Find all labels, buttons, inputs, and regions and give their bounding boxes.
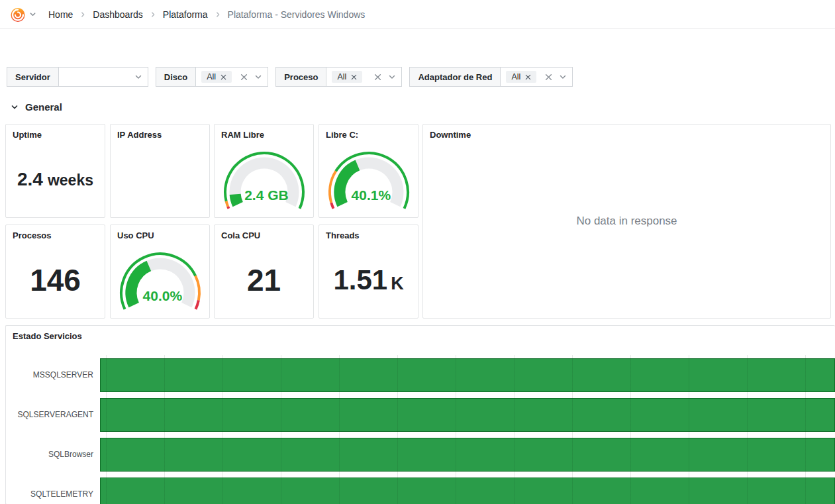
filter-proceso-select[interactable]: All	[326, 67, 402, 87]
breadcrumb-separator-icon	[150, 11, 156, 18]
panel-procesos: Procesos 146	[5, 225, 105, 319]
panel-cola-cpu: Cola CPU 21	[214, 225, 314, 319]
panel-uso-cpu: Uso CPU 40.0%	[110, 225, 210, 319]
chevron-down-icon[interactable]	[254, 73, 262, 81]
panel-uptime: Uptime 2.4 weeks	[5, 124, 105, 218]
breadcrumb-dashboards[interactable]: Dashboards	[93, 9, 143, 20]
gauge-ram-libre: 2.4 GB	[221, 148, 307, 215]
timeline-row-label: SQLSERVERAGENT	[6, 398, 93, 432]
timeline-bar-mssqlserver	[100, 358, 835, 392]
panel-title[interactable]: RAM Libre	[215, 125, 313, 143]
stat-number: 2.4	[17, 169, 43, 190]
panel-ram-libre: RAM Libre 2.4 GB	[214, 124, 314, 218]
filter-proceso-label: Proceso	[275, 67, 326, 87]
panel-title[interactable]: Threads	[319, 225, 418, 244]
template-variables-row: Servidor Disco All Proceso All	[7, 67, 573, 87]
filter-adaptador-label: Adaptador de Red	[409, 67, 500, 87]
timeline-row-label: MSSQLSERVER	[6, 358, 93, 392]
chevron-down-icon[interactable]	[134, 73, 142, 81]
filter-disco-chip-all[interactable]: All	[201, 71, 232, 83]
remove-chip-x-icon[interactable]	[221, 74, 226, 80]
remove-chip-x-icon[interactable]	[351, 74, 357, 80]
stat-number: 21	[247, 265, 281, 295]
filter-disco: Disco All	[156, 67, 268, 87]
stat-number: 146	[30, 265, 81, 295]
filter-disco-label: Disco	[156, 67, 195, 87]
gauge-value: 40.1%	[352, 187, 391, 203]
chevron-down-icon[interactable]	[559, 73, 567, 81]
no-data-message: No data in response	[423, 125, 830, 318]
filter-adaptador-de-red: Adaptador de Red All	[409, 67, 573, 87]
filter-proceso: Proceso All	[275, 67, 402, 87]
panel-downtime: Downtime No data in response	[422, 124, 831, 319]
filter-adaptador-chip-all[interactable]: All	[506, 71, 536, 83]
chevron-down-icon[interactable]	[388, 73, 396, 81]
timeline-row-label: SQLTELEMETRY	[6, 478, 93, 504]
clear-all-x-icon[interactable]	[374, 74, 381, 81]
breadcrumb-current-dashboard: Plataforma - Servidores Windows	[228, 9, 366, 20]
filter-adaptador-select[interactable]: All	[500, 67, 573, 87]
stat-unit: K	[391, 274, 404, 294]
breadcrumb: Home Dashboards Plataforma Plataforma - …	[48, 9, 365, 20]
clear-all-x-icon[interactable]	[545, 74, 552, 81]
gauge-value: 40.0%	[143, 288, 183, 304]
remove-chip-x-icon[interactable]	[525, 74, 531, 80]
clear-all-x-icon[interactable]	[240, 74, 248, 81]
panel-title[interactable]: Estado Servicios	[6, 326, 835, 344]
grafana-logo[interactable]	[9, 6, 26, 23]
panel-threads: Threads 1.51 K	[319, 225, 418, 319]
panel-estado-servicios: Estado Servicios MSSQLSERVER SQLSERVERAG…	[5, 325, 835, 504]
filter-servidor: Servidor	[7, 67, 148, 87]
chip-label: All	[337, 72, 346, 81]
stat-value: 2.4 weeks	[6, 142, 105, 217]
breadcrumb-bar: Home Dashboards Plataforma Plataforma - …	[0, 0, 835, 29]
breadcrumb-home[interactable]: Home	[48, 9, 73, 20]
row-general-toggle[interactable]: General	[11, 101, 62, 113]
chip-label: All	[511, 72, 520, 81]
chip-label: All	[207, 72, 216, 81]
timeline-bar-sqltelemetry	[100, 478, 835, 504]
gauge-value: 2.4 GB	[244, 187, 289, 203]
chevron-down-icon	[11, 103, 19, 111]
filter-disco-select[interactable]: All	[195, 67, 268, 87]
gauge-libre-c: 40.1%	[326, 148, 412, 215]
breadcrumb-separator-icon	[215, 11, 221, 18]
panel-title[interactable]: Uptime	[6, 125, 105, 143]
panel-title[interactable]: Cola CPU	[215, 225, 313, 244]
panel-libre-c: Libre C: 40.1%	[319, 124, 418, 218]
breadcrumb-folder[interactable]: Plataforma	[163, 9, 208, 20]
section-title: General	[25, 101, 62, 113]
filter-servidor-select[interactable]	[58, 67, 148, 87]
stat-value: 21	[215, 242, 313, 318]
stat-value: 1.51 K	[319, 242, 418, 318]
breadcrumb-separator-icon	[79, 11, 86, 18]
panel-title[interactable]: Procesos	[6, 225, 105, 244]
panel-title[interactable]: IP Address	[111, 125, 209, 143]
panel-ip-address: IP Address	[110, 124, 210, 218]
stat-unit: weeks	[48, 172, 93, 189]
stat-number: 1.51	[333, 264, 387, 296]
panel-title[interactable]: Uso CPU	[111, 225, 209, 244]
filter-proceso-chip-all[interactable]: All	[332, 71, 362, 83]
timeline-row-label: SQLBrowser	[6, 438, 93, 472]
stat-value: 146	[6, 242, 105, 318]
gauge-uso-cpu: 40.0%	[117, 249, 203, 315]
timeline-bar-sqlbrowser	[100, 438, 835, 472]
timeline-bar-sqlserveragent	[100, 398, 835, 432]
panel-title[interactable]: Libre C:	[319, 125, 418, 143]
menu-toggle-chevron-icon[interactable]	[29, 11, 36, 18]
filter-servidor-label: Servidor	[7, 67, 58, 87]
